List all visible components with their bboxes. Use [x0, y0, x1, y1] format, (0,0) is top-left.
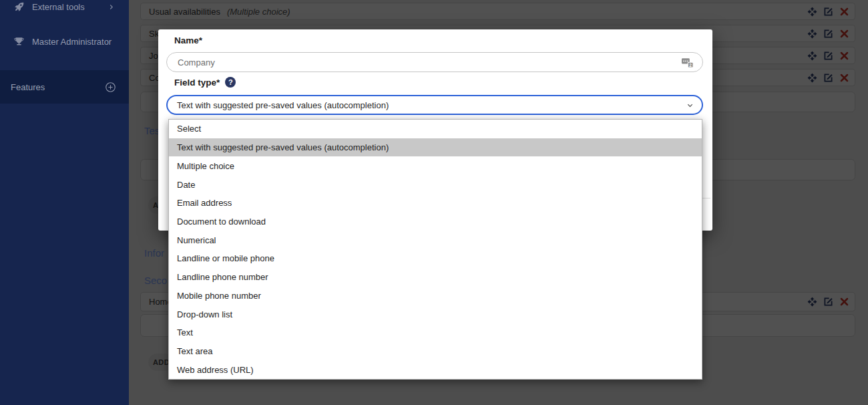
field-type-listbox: SelectText with suggested pre-saved valu…: [168, 119, 702, 380]
sidebar-item-external-tools[interactable]: External tools: [0, 0, 129, 16]
name-input[interactable]: [178, 57, 681, 68]
sidebar-item-master-administrator[interactable]: Master Administrator: [0, 32, 129, 51]
field-type-label-row: Field type* ?: [174, 77, 236, 88]
name-label: Name*: [174, 35, 202, 45]
sidebar-item-label: External tools: [32, 2, 85, 12]
field-type-select[interactable]: Text with suggested pre-saved values (au…: [166, 95, 703, 115]
chevron-down-icon: [686, 101, 694, 110]
sidebar: External tools Master Administrator Feat…: [0, 0, 129, 405]
field-type-option[interactable]: Document to download: [169, 213, 702, 231]
name-field-wrapper: 2: [166, 52, 703, 72]
field-type-option[interactable]: Drop-down list: [169, 305, 702, 323]
field-type-option[interactable]: Multiple choice: [169, 156, 702, 175]
help-icon[interactable]: ?: [225, 77, 236, 88]
field-type-option[interactable]: Mobile phone number: [169, 286, 702, 305]
autofill-suggestions-icon[interactable]: 2: [681, 56, 694, 69]
field-type-selected-value: Text with suggested pre-saved values (au…: [177, 100, 389, 110]
app-screen: External tools Master Administrator Feat…: [0, 0, 868, 405]
field-type-option[interactable]: Email address: [169, 194, 702, 213]
field-type-option[interactable]: Numerical: [169, 231, 702, 249]
sidebar-section-features[interactable]: Features: [0, 70, 129, 104]
plus-circle-icon[interactable]: [105, 82, 116, 93]
sidebar-section-label: Features: [11, 82, 45, 92]
sidebar-item-label: Master Administrator: [32, 37, 112, 47]
field-type-label: Field type*: [174, 78, 220, 88]
field-type-option[interactable]: Landline or mobile phone: [169, 249, 702, 268]
chevron-right-icon: [107, 3, 115, 11]
field-type-option[interactable]: Select: [169, 120, 702, 138]
field-type-option[interactable]: Text: [169, 323, 702, 342]
autofill-badge: 2: [689, 62, 692, 67]
field-type-option[interactable]: Text with suggested pre-saved values (au…: [169, 138, 702, 157]
field-type-option[interactable]: Date: [169, 175, 702, 194]
rocket-icon: [13, 1, 25, 13]
field-type-option[interactable]: Web address (URL): [169, 360, 702, 379]
field-type-option[interactable]: Landline phone number: [169, 268, 702, 287]
trophy-icon: [13, 36, 25, 47]
field-type-option[interactable]: Text area: [169, 342, 702, 361]
